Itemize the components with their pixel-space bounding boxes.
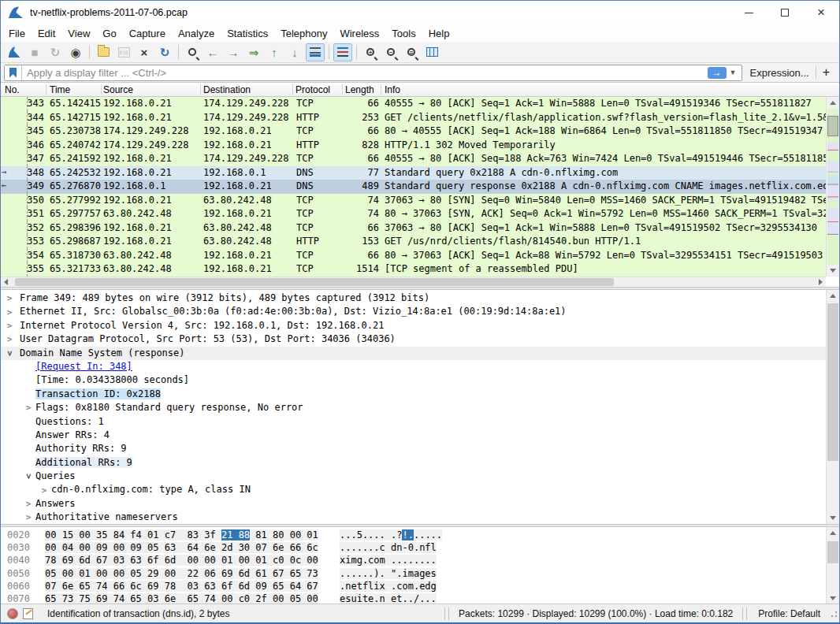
packet-row-347[interactable]: 34765.241592192.168.0.21174.129.249.228T… (1, 152, 826, 166)
packet-row-344[interactable]: 34465.142715192.168.0.21174.129.249.228H… (1, 111, 826, 125)
menu-file[interactable]: File (2, 26, 32, 41)
column-separator[interactable] (292, 84, 293, 95)
capture-options-button[interactable]: ◉ (66, 43, 85, 61)
packet-row-354[interactable]: 35465.31873063.80.242.48192.168.0.21TCP6… (1, 249, 826, 263)
column-header-protocol[interactable]: Protocol (295, 84, 330, 95)
scroll-down-arrow[interactable] (827, 265, 839, 277)
close-button[interactable]: × (803, 1, 839, 24)
go-to-packet-button[interactable]: ⇒ (244, 43, 263, 61)
column-header-no[interactable]: No. (5, 84, 20, 95)
column-header-source[interactable]: Source (103, 84, 133, 95)
column-header-info[interactable]: Info (385, 84, 400, 95)
packet-row-348[interactable]: →34865.242532192.168.0.21192.168.0.1DNS7… (1, 166, 826, 180)
column-header-length[interactable]: Length (345, 84, 374, 95)
find-packet-button[interactable] (183, 43, 202, 61)
go-back-button[interactable]: ← (203, 43, 222, 61)
column-header-time[interactable]: Time (50, 84, 70, 95)
packet-row-349[interactable]: ←34965.276870192.168.0.1192.168.0.21DNS4… (1, 180, 826, 194)
go-first-packet-button[interactable]: ↑ (265, 43, 284, 61)
expander-icon[interactable]: > (24, 512, 32, 522)
detail-line-3[interactable]: >User Datagram Protocol, Src Port: 53 (5… (1, 332, 826, 346)
detail-line-14[interactable]: >cdn-0.nflximg.com: type A, class IN (1, 483, 826, 496)
column-separator[interactable] (381, 84, 381, 95)
packet-row-351[interactable]: 35165.29775763.80.242.48192.168.0.21TCP7… (1, 207, 826, 221)
scroll-left-arrow[interactable] (1, 277, 11, 287)
expander-icon[interactable]: > (24, 473, 34, 481)
column-separator[interactable] (200, 84, 201, 95)
detail-line-6[interactable]: [Time: 0.034338000 seconds] (1, 373, 826, 387)
column-header-destination[interactable]: Destination (203, 84, 251, 95)
menu-statistics[interactable]: Statistics (221, 26, 274, 41)
apply-filter-button[interactable]: → (708, 67, 727, 79)
menu-analyze[interactable]: Analyze (172, 26, 221, 41)
packet-row-346[interactable]: 34665.240742174.129.249.228192.168.0.21H… (1, 139, 826, 153)
hex-row-0050[interactable]: 005005 00 01 00 00 05 29 00 22 06 69 6d … (1, 568, 826, 581)
menu-help[interactable]: Help (422, 26, 456, 41)
menu-tools[interactable]: Tools (385, 26, 422, 41)
scroll-up-arrow[interactable] (827, 97, 839, 109)
scroll-right-arrow[interactable] (816, 277, 826, 287)
hex-row-0030[interactable]: 003000 04 00 09 00 09 05 63 64 6e 2d 30 … (1, 542, 826, 555)
scroll-up-arrow[interactable] (827, 290, 839, 302)
start-capture-button[interactable] (5, 43, 24, 61)
detail-line-4[interactable]: >Domain Name System (response) (1, 347, 826, 360)
expander-icon[interactable]: > (6, 307, 13, 318)
menu-view[interactable]: View (61, 26, 96, 41)
detail-line-1[interactable]: >Ethernet II, Src: Globalsc_00:3b:0a (f0… (1, 305, 826, 318)
reload-file-button[interactable]: ↻ (155, 43, 174, 61)
minimize-button[interactable] (730, 1, 767, 24)
hex-row-0040[interactable]: 004078 69 6d 67 03 63 6f 6d 00 00 01 00 … (1, 555, 826, 567)
menu-edit[interactable]: Edit (32, 26, 61, 41)
column-separator[interactable] (101, 84, 102, 95)
detail-line-12[interactable]: Additional RRs: 9 (1, 456, 826, 470)
expression-button[interactable]: Expression... (750, 67, 809, 79)
detail-text[interactable]: [Request In: 348] (35, 361, 132, 372)
detail-line-5[interactable]: [Request In: 348] (1, 360, 826, 373)
packet-row-343[interactable]: 34365.142415192.168.0.21174.129.249.228T… (1, 97, 826, 111)
packet-list-horizontal-scrollbar[interactable] (1, 277, 826, 287)
menu-capture[interactable]: Capture (123, 26, 172, 41)
zoom-out-button[interactable]: − (381, 43, 400, 61)
detail-line-15[interactable]: >Answers (1, 497, 826, 511)
zoom-reset-button[interactable]: = (402, 43, 421, 61)
filter-dropdown-caret-icon[interactable]: ▼ (730, 69, 737, 76)
close-file-button[interactable]: × (135, 43, 154, 61)
scroll-down-arrow[interactable] (827, 592, 839, 604)
detail-line-8[interactable]: >Flags: 0x8180 Standard query response, … (1, 401, 826, 414)
details-scroll-thumb[interactable] (827, 303, 838, 461)
capture-comment-icon[interactable] (23, 608, 33, 619)
add-filter-button[interactable]: + (823, 65, 830, 80)
scroll-down-arrow[interactable] (827, 512, 839, 524)
auto-scroll-button[interactable] (306, 43, 325, 61)
hex-row-0020[interactable]: 002000 15 00 35 84 f4 01 c7 83 3f 21 88 … (1, 529, 826, 542)
detail-line-2[interactable]: >Internet Protocol Version 4, Src: 192.1… (1, 319, 826, 332)
colorize-button[interactable] (333, 43, 352, 61)
open-file-button[interactable] (94, 43, 113, 61)
horizontal-scroll-thumb[interactable] (15, 278, 614, 286)
detail-line-11[interactable]: Authority RRs: 9 (1, 442, 826, 455)
resize-columns-button[interactable] (422, 43, 441, 61)
menu-go[interactable]: Go (96, 26, 122, 41)
bytes-scroll-thumb[interactable] (827, 541, 838, 563)
hex-row-0060[interactable]: 006007 6e 65 74 66 6c 69 78 03 63 6f 6d … (1, 581, 826, 593)
detail-line-13[interactable]: >Queries (1, 470, 826, 483)
expander-icon[interactable]: > (6, 321, 13, 331)
profile-status[interactable]: Profile: Default (749, 608, 830, 619)
expert-info-icon[interactable] (7, 608, 18, 619)
hex-row-0070[interactable]: 007065 73 75 69 74 65 03 6e 65 74 00 c0 … (1, 593, 826, 604)
maximize-button[interactable] (767, 1, 803, 24)
expander-icon[interactable]: > (24, 499, 32, 509)
bytes-vertical-scrollbar[interactable] (826, 527, 839, 604)
packet-list-scroll-thumb[interactable] (827, 116, 838, 136)
menu-telephony[interactable]: Telephony (274, 26, 333, 41)
expander-icon[interactable]: > (6, 293, 13, 303)
resize-grip[interactable] (830, 610, 838, 618)
details-vertical-scrollbar[interactable] (826, 290, 839, 524)
expander-icon[interactable]: > (40, 485, 48, 496)
detail-line-16[interactable]: >Authoritative nameservers (1, 511, 826, 524)
packet-row-352[interactable]: 35265.298396192.168.0.2163.80.242.48TCP6… (1, 221, 826, 236)
detail-line-9[interactable]: Questions: 1 (1, 415, 826, 429)
packet-row-355[interactable]: 35565.32173363.80.242.48192.168.0.21TCP1… (1, 262, 826, 277)
column-separator[interactable] (342, 84, 343, 95)
packet-row-345[interactable]: 34565.230738174.129.249.228192.168.0.21T… (1, 124, 826, 139)
